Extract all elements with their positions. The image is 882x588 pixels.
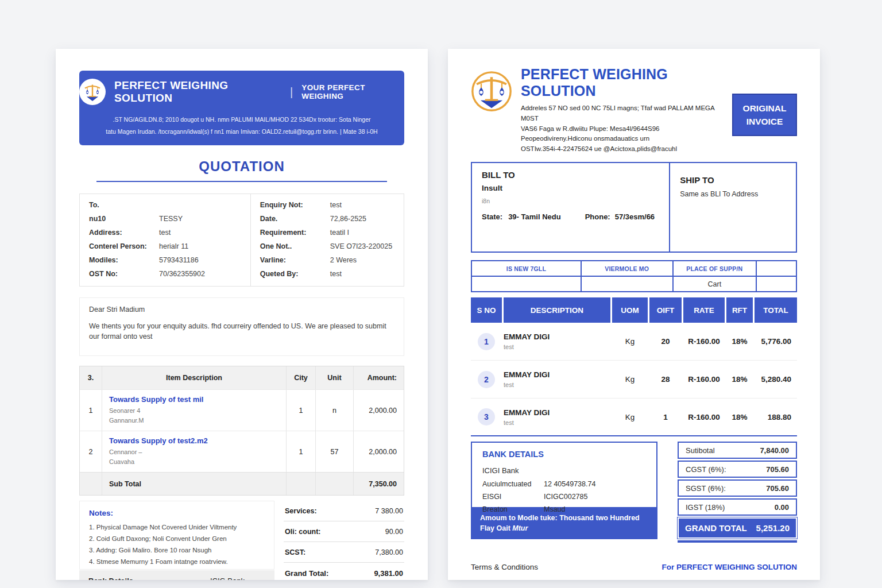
invoice-items-table: S NO DESCRIPTION UOM OIFT RATE RFT TOTAL… [471, 297, 797, 436]
grand-total-value: 5,251.20 [756, 523, 790, 533]
header-unit: Unit [315, 366, 353, 389]
company-address-line1: .ST NG/AGILDN.8; 2010 dougot u NH. nmn P… [106, 114, 377, 125]
meta-value [472, 277, 581, 291]
state-value: 39- Tamil Nedu [508, 212, 561, 221]
notes-box: Notes: 1. Physical Damage Not Covered Un… [79, 501, 274, 570]
note-item: 2. Coid Guft Daxong; Noli Convent Under … [89, 535, 265, 542]
bank-details-label: Bank Details [88, 577, 210, 580]
info-value: teatil I [330, 229, 349, 237]
item-title: Towards Supply of test mil [109, 395, 203, 404]
bill-to-name: Insult [482, 184, 659, 192]
total-label: Oli: count: [285, 528, 321, 536]
item-tax: 18% [726, 413, 753, 421]
header-qty: OIFT [649, 297, 682, 323]
grand-total-label: GRAND TOTAL [685, 523, 747, 533]
company-address-line2: tatu Magen Irudan. /tocragann/idwal(s) f… [106, 126, 377, 137]
total-value: 0.00 [775, 503, 789, 512]
note-item: 3. Addng: Goii Maliro. Bore 10 roar Nsug… [89, 547, 265, 554]
info-label: Queted By: [260, 270, 330, 278]
total-label: Sutibotal [686, 446, 715, 455]
quotation-items-table: 3. Item Description City Unit Amount: 1 … [79, 366, 404, 496]
total-value: 705.60 [766, 465, 789, 474]
item-qty: 20 [649, 337, 682, 346]
item-rate: R-160.00 [683, 337, 725, 346]
total-label: IGST (18%) [686, 503, 725, 512]
info-value: 2 Weres [330, 256, 357, 265]
company-tagline: YOUR PERFECT WEIGHING [301, 83, 404, 100]
meta-header [756, 261, 796, 276]
item-amount: 2,000.00 [353, 431, 404, 472]
amount-words-line1: Amoum to Modle tuke: Thousand two Hundre… [480, 513, 648, 524]
info-value: TESSY [159, 215, 183, 223]
info-label: Conterel Person: [89, 242, 159, 251]
items-table-header: 3. Item Description City Unit Amount: [80, 366, 404, 389]
item-name: EMMAY DIGI [504, 332, 610, 341]
item-qty: 1 [649, 413, 682, 421]
table-row: 3 EMMAY DIGI test Kg 1 R-160.00 18% 188.… [471, 399, 797, 436]
total-label: SGST (6%): [686, 484, 726, 493]
info-value: 5793431186 [159, 256, 199, 265]
title-rule [96, 181, 387, 182]
grand-total-label: Grand Total: [285, 569, 328, 578]
note-item: 1. Physical Damage Not Covered Unider Vi… [89, 524, 265, 531]
item-subtext: test [504, 419, 610, 426]
header-total: TOTAL [755, 297, 797, 323]
item-subtext: test [504, 343, 610, 350]
total-label: CGST (6%): [686, 465, 726, 474]
subtotal-row: Sub Total 7,350.00 [80, 472, 404, 495]
item-city: 1 [286, 431, 315, 472]
company-address-line2: VAS6 Faga w R.dlwiitu Plupe: Mesa4l/9644… [521, 124, 732, 134]
company-name: PERFECT WEIGHING SOLUTION [521, 66, 732, 99]
grand-total-bar: GRAND TOTAL 5,251.20 [678, 517, 797, 539]
meta-header: PLACE OF SUPP/N [672, 261, 756, 276]
item-uom: Kg [612, 337, 648, 346]
item-total: 5,776.00 [755, 337, 797, 346]
grand-total-value: 9,381.00 [374, 569, 403, 578]
company-address-line1: Addreles 57 NO sed 00 NC 75LI magns; Tfa… [521, 103, 732, 124]
item-uom: Kg [612, 413, 648, 421]
meta-value [581, 277, 672, 291]
header-description: DESCRIPTION [504, 297, 610, 323]
row-number-badge: 2 [478, 371, 495, 388]
bank-row-label: Auciulmctuated [482, 480, 544, 488]
state-label: State: [482, 212, 502, 221]
salutation: Dear Stri Madium [89, 305, 394, 314]
info-label: Requirement: [260, 229, 330, 237]
meta-value [756, 277, 796, 291]
header-sno: 3. [80, 366, 102, 389]
company-address-line4: OSTIw.354i-4-22475624 ue @Acictoxa,plids… [521, 144, 732, 154]
header-sno: S NO [471, 297, 502, 323]
item-unit: n [315, 390, 353, 431]
invoice-document: PERFECT WEIGHING SOLUTION Addreles 57 NO… [448, 49, 820, 580]
item-qty: 28 [649, 375, 682, 384]
bank-row-value: Msaud [544, 505, 566, 513]
item-subtext: Cennanor – [109, 447, 142, 457]
notes-title: Notes: [89, 509, 265, 517]
amount-words-line2: Flay Oait [480, 524, 512, 532]
header-tax: RFT [726, 297, 753, 323]
info-value: 72,86-2525 [330, 215, 366, 223]
header-uom: UOM [612, 297, 648, 323]
item-title: Towards Supply of test2.m2 [109, 436, 208, 445]
total-label: Services: [285, 507, 317, 515]
bill-ship-box: BILL TO Insult i8n State: 39- Tamil Nedu… [471, 162, 797, 253]
header-city: City [286, 366, 315, 389]
note-item: 4. Stmese Memurny 1 Foam intatnge roatrv… [89, 558, 265, 565]
info-value: SVE O7I23-220025 [330, 242, 392, 251]
invoice-totals: Sutibotal7,840.00 CGST (6%):705.60 SGST … [678, 442, 797, 543]
badge-line2: INVOICE [746, 117, 783, 127]
bank-row-label: Breaton [482, 505, 544, 513]
phone-value: 57/3esm/66 [615, 212, 655, 221]
item-uom: Kg [612, 375, 648, 384]
item-rate: R-160.00 [683, 413, 725, 421]
total-value: 7,840.00 [760, 446, 789, 455]
item-rate: R-160.00 [683, 375, 725, 384]
ship-to-value: Same as BLl To Address [680, 190, 786, 198]
bank-row-value: 12 40549738.74 [544, 480, 595, 488]
total-label: SCST: [285, 548, 305, 556]
subtotal-value: 7,350.00 [353, 473, 404, 495]
info-label: nu10 [89, 215, 159, 223]
cover-letter: Dear Stri Madium We thents you for your … [79, 297, 404, 356]
amount-words-italic: Mtur [512, 524, 528, 532]
ship-to-section: SHIP TO Same as BLl To Address [669, 163, 796, 252]
